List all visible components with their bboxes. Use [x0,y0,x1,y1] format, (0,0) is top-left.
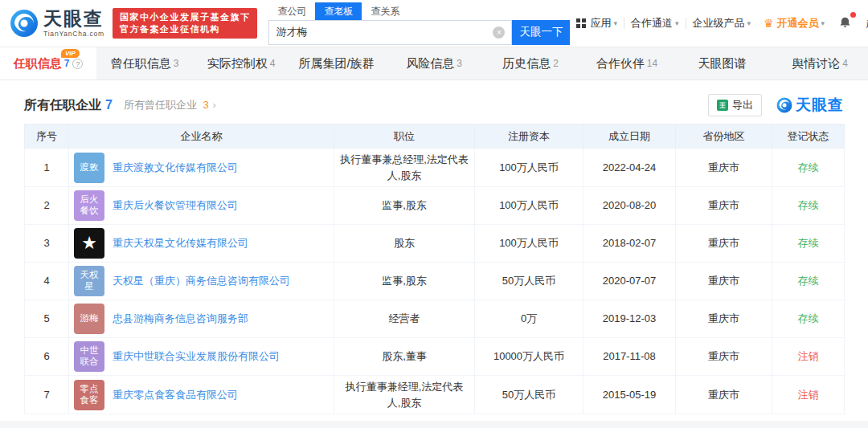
company-flex: 渡敫 重庆渡敫文化传媒有限公司 [74,153,329,183]
tab-label: 风险信息 [406,56,454,71]
positions-table: 序号 企业名称 职位 注册资本 成立日期 省份地区 登记状态 [24,124,845,414]
search-box: × [268,20,512,45]
company-logo: 零点 食客 [74,380,104,410]
company-cell: 中世 联合 重庆中世联合实业发展股份有限公司 [69,338,334,376]
table-header-row: 序号 企业名称 职位 注册资本 成立日期 省份地区 登记状态 [25,124,845,149]
tab-count: 3 [174,58,179,69]
export-button[interactable]: 导出 [708,94,762,116]
capital-cell: 50万人民币 [475,263,583,300]
status-cell: 存续 [772,149,845,187]
profile-tab[interactable]: 任职信息 7 ? VIP [0,47,96,79]
brand-domain: TianYanCha.com [43,30,104,38]
company-logo: 游梅 [74,304,104,334]
nav-apps-label: 应用 [590,16,611,31]
crown-icon: ♛ [764,17,774,30]
table-header-cell: 职位 [334,124,475,149]
export-label: 导出 [732,98,753,112]
company-link[interactable]: 重庆后火餐饮管理有限公司 [113,198,238,214]
row-index: 5 [25,300,69,338]
profile-tab[interactable]: 实际控制权 4 [193,47,289,79]
position-cell: 执行董事兼经理,法定代表人,股东 [334,376,475,414]
nav-coop[interactable]: 合作通道 ▾ [624,16,686,31]
watermark-text: 天眼查 [796,95,844,116]
section-actions: 导出 天眼查 [708,94,844,116]
nav-coop-label: 合作通道 [631,16,673,31]
clear-icon[interactable]: × [493,26,505,39]
table-header-cell: 企业名称 [69,124,334,149]
table-header-cell: 省份地区 [676,124,772,149]
company-link[interactable]: 重庆零点食客食品有限公司 [113,387,238,403]
company-link[interactable]: 重庆天权星文化传媒有限公司 [113,235,248,251]
region-cell: 重庆市 [676,338,772,376]
bell-icon [838,15,852,30]
region-cell: 重庆市 [676,300,772,338]
vip-badge: VIP [61,49,80,58]
main-content: 所有任职企业 7 所有曾任职企业 3 › 导出 [0,80,868,414]
search-area: 查公司 查老板 查关系 × 天眼一下 [268,2,570,45]
tab-label: 实际控制权 [207,56,268,71]
profile-tab[interactable]: 所属集团/族群 [289,47,386,79]
capital-cell: 50万人民币 [475,376,583,414]
company-logo: 渡敫 [74,153,104,183]
company-flex: 游梅 忠县游梅商务信息咨询服务部 [74,304,329,334]
region-cell: 重庆市 [676,263,772,300]
section-sub-count: 3 [203,99,209,111]
search-tab-boss[interactable]: 查老板 [315,2,362,20]
profile-tabbar: 任职信息 7 ? VIP 曾任职信息 3 实际控制权 4 所属集团/族群 [0,47,868,80]
search-button[interactable]: 天眼一下 [512,20,570,45]
profile-tab[interactable]: 曾任职信息 3 [96,47,193,79]
search-tab-company[interactable]: 查公司 [268,2,315,20]
company-cell: 游梅 忠县游梅商务信息咨询服务部 [69,300,334,338]
row-index: 3 [25,225,69,263]
caret-icon: ▾ [675,19,679,27]
table-row: 7 零点 食客 重庆零点食客食品有限公司 执行董事兼经理,法定代表人,股东 50… [25,376,845,414]
former-companies-link[interactable]: 所有曾任职企业 3 › [124,98,216,112]
tab-count: 4 [270,58,276,69]
company-logo: ★ [74,228,104,259]
section-sub-label: 所有曾任职企业 [124,99,197,111]
tab-count: 3 [457,58,462,69]
company-cell: ★ 重庆天权星文化传媒有限公司 [69,225,334,263]
profile-tab[interactable]: 舆情讨论 4 [772,47,868,79]
top-header: 天眼查 TianYanCha.com 国家中小企业发展子基金旗下 官方备案企业征… [0,0,868,47]
company-flex: ★ 重庆天权星文化传媒有限公司 [74,228,329,259]
company-link[interactable]: 忠县游梅商务信息咨询服务部 [113,311,248,327]
profile-tab[interactable]: 历史信息 2 [482,47,579,79]
nav-open-vip[interactable]: ♛ 开通会员 ▾ [757,16,831,31]
company-link[interactable]: 重庆中世联合实业发展股份有限公司 [113,349,280,365]
row-index: 2 [25,187,69,225]
profile-tab[interactable]: 合作伙伴 14 [579,47,675,79]
tab-label: 合作伙伴 [596,56,645,71]
table-row: 5 游梅 忠县游梅商务信息咨询服务部 经营者 0万 2019-12-03 重庆市… [25,300,845,338]
capital-cell: 10000万人民币 [475,338,583,376]
brand-logo[interactable]: 天眼查 TianYanCha.com [10,9,104,38]
company-cell: 后火 餐饮 重庆后火餐饮管理有限公司 [69,187,334,225]
company-link[interactable]: 重庆渡敫文化传媒有限公司 [113,160,238,176]
profile-tab[interactable]: 天眼图谱 [675,47,772,79]
region-cell: 重庆市 [676,376,772,414]
search-tab-relation[interactable]: 查关系 [362,2,408,20]
excel-icon [717,100,728,111]
date-cell: 2020-07-07 [583,263,676,300]
section-count: 7 [105,98,113,112]
apps-grid-icon [576,18,580,22]
brand-watermark: 天眼查 [776,95,844,116]
profile-tab[interactable]: 风险信息 3 [386,47,482,79]
notification-dot [850,12,856,18]
gov-badge-line2: 官方备案企业征信机构 [120,23,251,35]
status-cell: 存续 [772,300,845,338]
table-row: 6 中世 联合 重庆中世联合实业发展股份有限公司 股东,董事 10000万人民币… [25,338,845,376]
company-link[interactable]: 天权星（重庆）商务信息咨询有限公司 [113,273,290,289]
nav-user-menu[interactable]: 超级... ▾ [859,16,868,31]
brand-title: 天眼查 [43,10,104,28]
search-input[interactable] [276,26,493,39]
help-icon[interactable]: ? [72,59,83,69]
top-nav: 应用 ▾ 合作通道 ▾ 企业级产品 ▾ ♛ 开通会员 ▾ [570,15,868,32]
nav-apps[interactable]: 应用 ▾ [570,16,624,31]
page: 天眼查 TianYanCha.com 国家中小企业发展子基金旗下 官方备案企业征… [0,0,868,428]
table-header-cell: 序号 [25,124,69,149]
tab-count: 14 [647,58,657,69]
nav-enterprise[interactable]: 企业级产品 ▾ [686,16,758,31]
notifications-bell[interactable] [831,15,859,32]
status-cell: 注销 [772,338,845,376]
